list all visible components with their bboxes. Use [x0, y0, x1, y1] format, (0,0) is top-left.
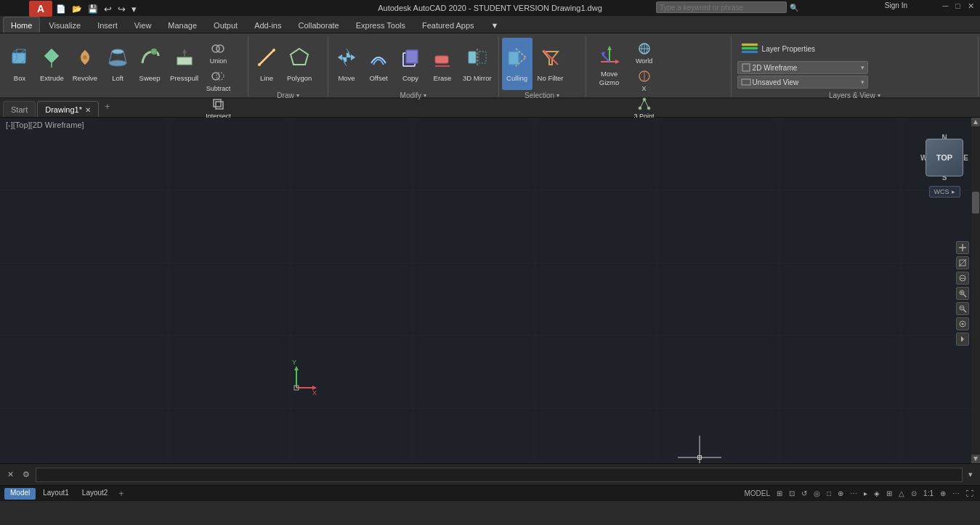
svg-rect-51: [742, 51, 758, 53]
zoom-extents-button[interactable]: [956, 256, 969, 269]
polar-button[interactable]: ◎: [811, 489, 822, 498]
transparency-button[interactable]: ◈: [872, 489, 882, 498]
erase-button[interactable]: Erase: [427, 38, 458, 90]
osnap-tracking-button[interactable]: ⊕: [835, 489, 846, 498]
copy-button[interactable]: Copy: [395, 38, 426, 90]
properties-button[interactable]: ⋯: [950, 489, 962, 498]
union-button[interactable]: Union: [203, 39, 233, 66]
command-input[interactable]: [36, 468, 963, 482]
visual-style-dropdown[interactable]: 2D Wireframe ▾: [737, 61, 868, 74]
drawing-canvas[interactable]: [-][Top][2D Wireframe] X Y: [0, 118, 980, 463]
loft-button[interactable]: Loft: [102, 38, 133, 90]
revolve-button[interactable]: Revolve: [69, 38, 101, 90]
app-menu-button[interactable]: A: [29, 1, 52, 17]
tab-visualize[interactable]: Visualize: [41, 17, 89, 33]
3dmirror-button[interactable]: 3D Mirror: [459, 38, 495, 90]
command-expand-button[interactable]: ▾: [965, 468, 976, 481]
svg-rect-25: [435, 56, 448, 63]
units-button[interactable]: ⊙: [909, 489, 919, 498]
scroll-up-button[interactable]: [971, 118, 980, 126]
tab-addins[interactable]: Add-ins: [246, 17, 289, 33]
sign-in-label[interactable]: Sign In: [885, 1, 907, 9]
command-settings-button[interactable]: ⚙: [20, 468, 33, 481]
modify-group-label[interactable]: Modify ▾: [331, 90, 495, 101]
layout2-tab[interactable]: Layout2: [76, 488, 114, 500]
sweep-button[interactable]: Sweep: [134, 38, 165, 90]
nav-wheel-button[interactable]: [956, 317, 969, 330]
named-view-label: Unsaved View: [753, 78, 859, 86]
subtract-button[interactable]: Subtract: [203, 67, 233, 94]
tab-output[interactable]: Output: [206, 17, 246, 33]
snap-grid-button[interactable]: ⊞: [774, 489, 785, 498]
tab-featured[interactable]: Featured Apps: [414, 17, 482, 33]
minimize-button[interactable]: ─: [940, 1, 952, 11]
fullscreen-button[interactable]: ⛶: [964, 489, 976, 498]
maximize-button[interactable]: □: [952, 1, 963, 11]
group-selection: Culling No Filter Selection ▾: [499, 36, 586, 97]
named-view-dropdown[interactable]: Unsaved View ▾: [737, 76, 868, 89]
move-button[interactable]: Move: [331, 38, 362, 90]
tab-collaborate[interactable]: Collaborate: [290, 17, 347, 33]
movegizmo-button[interactable]: Move Gizmo: [589, 38, 630, 90]
workspace-button[interactable]: ⊕: [938, 489, 948, 498]
tab-express[interactable]: Express Tools: [348, 17, 413, 33]
nofilter-button[interactable]: No Filter: [534, 38, 567, 90]
extrude-button[interactable]: Extrude: [36, 38, 68, 90]
snap-button[interactable]: ⊡: [787, 489, 797, 498]
layer-properties-button[interactable]: Layer Properties: [737, 38, 818, 60]
draw-group-label[interactable]: Draw ▾: [251, 90, 325, 101]
new-layout-button[interactable]: +: [115, 488, 127, 500]
sweep-icon: [138, 46, 161, 72]
model-tab[interactable]: Model: [4, 488, 36, 500]
tab-manage[interactable]: Manage: [160, 17, 205, 33]
offset-button[interactable]: Offset: [363, 38, 394, 90]
zoom-in-button[interactable]: [956, 287, 969, 300]
object-snap-button[interactable]: □: [825, 489, 833, 498]
expand-nav-button[interactable]: [956, 333, 969, 346]
layout1-tab[interactable]: Layout1: [37, 488, 75, 500]
orbit-button[interactable]: [956, 272, 969, 285]
layerview-group-label[interactable]: Layers & View ▾: [734, 90, 975, 101]
box-button[interactable]: Box: [4, 38, 35, 90]
search-input[interactable]: [656, 1, 787, 13]
ortho-button[interactable]: ↺: [799, 489, 809, 498]
lineweight-button[interactable]: ▸: [862, 489, 870, 498]
tab-home[interactable]: Home: [3, 17, 40, 33]
move-icon: [335, 46, 358, 72]
qa-open[interactable]: 📂: [70, 4, 84, 15]
line-button[interactable]: Line: [251, 38, 282, 90]
tab-insert[interactable]: Insert: [89, 17, 126, 33]
qa-undo[interactable]: ↩: [102, 3, 114, 15]
scroll-thumb[interactable]: [972, 192, 979, 213]
selection-cycling-button[interactable]: ⊞: [884, 489, 894, 498]
scroll-down-button[interactable]: [971, 455, 980, 463]
selection-group-label[interactable]: Selection ▾: [502, 90, 583, 101]
pan-button[interactable]: [956, 241, 969, 254]
annotation-monitor-button[interactable]: △: [896, 489, 907, 498]
title-text: Autodesk AutoCAD 2020 - STUDENT VERSION …: [378, 4, 602, 12]
layerview-group-arrow: ▾: [878, 92, 880, 99]
qa-save[interactable]: 💾: [86, 4, 100, 15]
zoom-level[interactable]: 1:1: [921, 489, 936, 498]
tab-more[interactable]: ▼: [483, 17, 507, 33]
zoom-out-button[interactable]: [956, 302, 969, 315]
nofilter-label: No Filter: [538, 74, 564, 82]
presspull-button[interactable]: Presspull: [166, 38, 202, 90]
command-close-button[interactable]: ✕: [4, 468, 17, 481]
qa-new[interactable]: 📄: [54, 4, 68, 15]
x-button[interactable]: X: [631, 67, 657, 94]
dynamic-ucs-button[interactable]: ⋯: [848, 489, 859, 498]
wcs-menu[interactable]: WCS ▸: [929, 186, 960, 198]
viewcube-face[interactable]: TOP: [926, 139, 963, 176]
tab-view[interactable]: View: [126, 17, 160, 33]
qa-dropdown[interactable]: ▾: [129, 3, 139, 15]
svg-rect-53: [742, 79, 750, 85]
status-bar: Model Layout1 Layout2 + MODEL ⊞ ⊡ ↺ ◎ □ …: [0, 485, 980, 501]
world-button[interactable]: World: [631, 39, 657, 66]
close-button[interactable]: ✕: [965, 1, 977, 11]
qa-redo[interactable]: ↪: [116, 3, 128, 15]
viewcube[interactable]: N S E W TOP WCS ▸: [919, 132, 970, 227]
vertical-scrollbar[interactable]: [971, 118, 980, 463]
polygon-button[interactable]: Polygon: [283, 38, 315, 90]
culling-button[interactable]: Culling: [502, 38, 532, 90]
